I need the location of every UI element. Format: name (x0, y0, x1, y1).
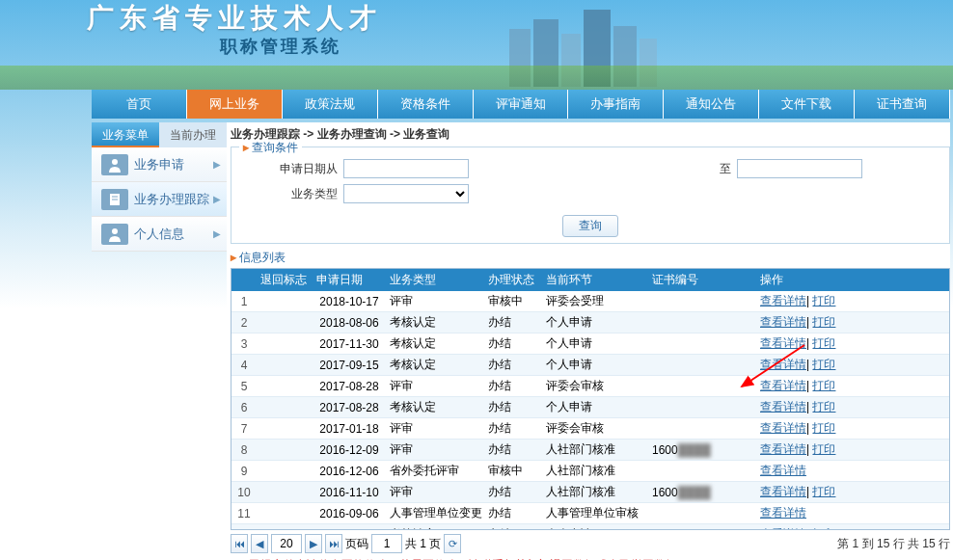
person-icon (101, 224, 128, 245)
refresh-button[interactable]: ⟳ (444, 534, 461, 553)
view-link[interactable]: 查看详情 (760, 464, 806, 477)
header-trees-graphic (0, 66, 953, 90)
sidebar-item-tracking[interactable]: 业务办理跟踪 ▶ (92, 182, 227, 217)
view-link[interactable]: 查看详情 (760, 421, 806, 435)
view-link[interactable]: 查看详情 (760, 442, 806, 456)
nav-cert-query[interactable]: 证书查询 (855, 90, 950, 119)
cell-status: 办结 (484, 418, 542, 440)
nav-online-biz[interactable]: 网上业务 (187, 90, 283, 119)
table-row[interactable]: 92016-12-06省外委托评审审核中人社部门核准查看详情 (231, 461, 949, 482)
cell-type: 评审 (386, 291, 484, 312)
print-link[interactable]: 打印 (812, 400, 835, 413)
view-link[interactable]: 查看详情 (760, 294, 806, 307)
cell-index: 1 (231, 291, 257, 312)
print-link[interactable]: 打印 (812, 358, 835, 371)
nav-home[interactable]: 首页 (92, 90, 187, 119)
table-row[interactable]: 122016-08-18考核认定办结个人申请查看详情| 打印 (231, 524, 949, 530)
sidebar-tab-menu[interactable]: 业务菜单 (92, 122, 159, 147)
content: 业务办理跟踪 -> 业务办理查询 -> 业务查询 ▸ 查询条件 申请日期从 至 … (227, 122, 950, 560)
print-link[interactable]: 打印 (812, 379, 835, 392)
print-link[interactable]: 打印 (812, 485, 835, 498)
cell-return (257, 440, 313, 461)
table-row[interactable]: 72017-01-18评审办结评委会审核查看详情| 打印 (231, 418, 949, 440)
print-link[interactable]: 打印 (812, 421, 835, 435)
sidebar-tab-current[interactable]: 当前办理 (159, 122, 227, 147)
sidebar-item-personal[interactable]: 个人信息 ▶ (92, 217, 227, 252)
nav-review-notice[interactable]: 评审通知 (474, 90, 569, 119)
cell-status: 办结 (484, 524, 542, 530)
cell-return (257, 312, 313, 333)
data-table-scroll[interactable]: 退回标志 申请日期 业务类型 办理状态 当前环节 证书编号 操作 12018-1… (231, 269, 949, 529)
first-page-button[interactable]: ⏮ (231, 534, 248, 553)
view-link[interactable]: 查看详情 (760, 400, 806, 413)
cell-return (257, 376, 313, 397)
nav-download[interactable]: 文件下载 (759, 90, 855, 119)
date-to-input[interactable] (737, 159, 862, 178)
cell-status: 审核中 (484, 461, 542, 482)
table-row[interactable]: 12018-10-17评审审核中评委会受理查看详情| 打印 (231, 291, 949, 312)
page-label: 页码 (345, 536, 368, 552)
table-row[interactable]: 82016-12-09评审办结人社部门核准1600████查看详情| 打印 (231, 440, 949, 461)
total-pages: 共 1 页 (405, 536, 441, 552)
print-link[interactable]: 打印 (812, 442, 835, 456)
prev-page-button[interactable]: ◀ (251, 534, 268, 553)
cell-type: 考核认定 (386, 333, 484, 355)
cell-date: 2018-10-17 (313, 291, 386, 312)
table-row[interactable]: 112016-09-06人事管理单位变更办结人事管理单位审核查看详情 (231, 503, 949, 524)
biztype-select[interactable] (343, 184, 469, 203)
next-page-button[interactable]: ▶ (305, 534, 322, 553)
sidebar: 业务菜单 当前办理 业务申请 ▶ 业务办理跟踪 ▶ 个人信息 ▶ (92, 122, 227, 560)
view-link[interactable]: 查看详情 (760, 336, 806, 350)
view-link[interactable]: 查看详情 (760, 379, 806, 392)
sidebar-item-label: 个人信息 (134, 226, 184, 243)
print-link[interactable]: 打印 (812, 527, 835, 529)
table-row[interactable]: 62017-08-28考核认定办结个人申请查看详情| 打印 (231, 397, 949, 418)
cell-status: 办结 (484, 440, 542, 461)
cell-step: 个人申请 (542, 355, 648, 376)
cell-cert (648, 312, 756, 333)
date-from-input[interactable] (343, 159, 469, 178)
cell-date: 2016-12-09 (313, 440, 386, 461)
search-button[interactable]: 查询 (562, 215, 618, 237)
cell-type: 考核认定 (386, 524, 484, 530)
print-link[interactable]: 打印 (812, 315, 835, 329)
cell-date: 2017-11-30 (313, 333, 386, 355)
nav-guide[interactable]: 办事指南 (568, 90, 664, 119)
page-number-input[interactable] (371, 534, 402, 553)
nav-qual[interactable]: 资格条件 (378, 90, 474, 119)
cell-ops: 查看详情| 打印 (756, 418, 949, 440)
sidebar-item-label: 业务申请 (134, 156, 184, 173)
table-row[interactable]: 32017-11-30考核认定办结个人申请查看详情| 打印 (231, 333, 949, 355)
print-link[interactable]: 打印 (812, 294, 835, 307)
cell-cert (648, 355, 756, 376)
view-link[interactable]: 查看详情 (760, 506, 806, 520)
table-row[interactable]: 22018-08-06考核认定办结个人申请查看详情| 打印 (231, 312, 949, 333)
table-row[interactable]: 52017-08-28评审办结评委会审核查看详情| 打印 (231, 376, 949, 397)
table-row[interactable]: 42017-09-15考核认定办结个人申请查看详情| 打印 (231, 355, 949, 376)
sidebar-item-apply[interactable]: 业务申请 ▶ (92, 147, 227, 182)
print-link[interactable]: 打印 (812, 336, 835, 350)
view-link[interactable]: 查看详情 (760, 485, 806, 498)
cell-return (257, 355, 313, 376)
col-index (231, 269, 257, 291)
last-page-button[interactable]: ⏭ (325, 534, 342, 553)
table-row[interactable]: 102016-11-10评审办结人社部门核准1600████查看详情| 打印 (231, 482, 949, 503)
nav-announce[interactable]: 通知公告 (664, 90, 759, 119)
view-link[interactable]: 查看详情 (760, 358, 806, 371)
cell-return (257, 291, 313, 312)
cell-ops: 查看详情| 打印 (756, 482, 949, 503)
view-link[interactable]: 查看详情 (760, 527, 806, 529)
nav-policy[interactable]: 政策法规 (283, 90, 378, 119)
site-subtitle: 职称管理系统 (220, 35, 341, 58)
cell-status: 办结 (484, 397, 542, 418)
cell-return (257, 333, 313, 355)
cell-index: 12 (231, 524, 257, 530)
cell-cert (648, 333, 756, 355)
cell-step: 个人申请 (542, 397, 648, 418)
view-link[interactable]: 查看详情 (760, 315, 806, 329)
footnote: 1、已提交的申请信息不能修改，若需要修改，请联系相关部门退回数据或自己撤回数据； (231, 553, 950, 560)
search-panel: ▸ 查询条件 申请日期从 至 业务类型 查询 (231, 147, 950, 244)
cell-return (257, 503, 313, 524)
cell-date: 2017-08-28 (313, 397, 386, 418)
page-size-input[interactable] (271, 534, 302, 553)
